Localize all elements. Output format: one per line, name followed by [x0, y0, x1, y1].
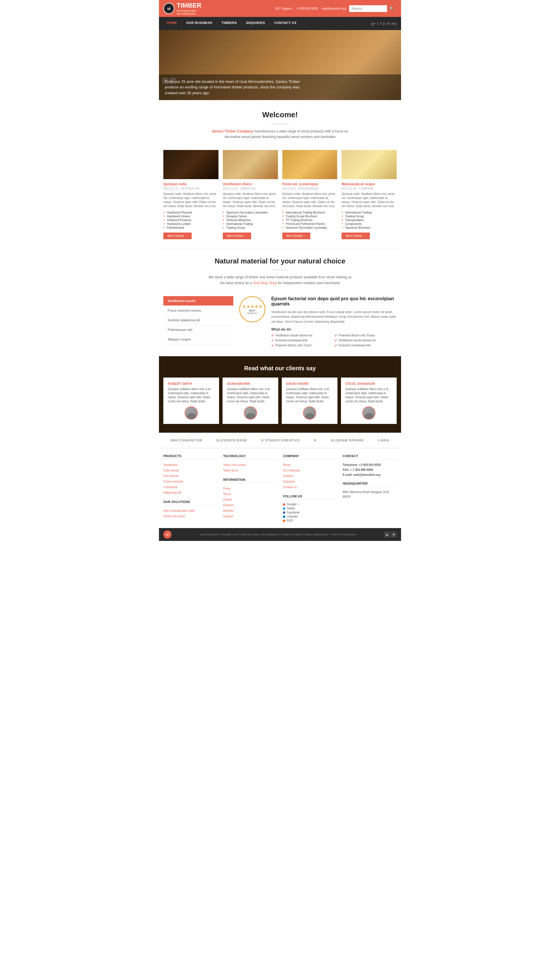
nav-item-timbers[interactable]: TIMBERS: [218, 17, 241, 30]
we-do-item: ✔Euismod consequat ante: [271, 339, 333, 343]
check-icon: ✔: [335, 334, 337, 338]
social-follow-link[interactable]: Google +: [283, 503, 337, 506]
linkedin-icon[interactable]: in: [387, 21, 390, 26]
pinterest-icon[interactable]: p: [383, 21, 385, 26]
list-item[interactable]: Adipiscing elit: [163, 490, 217, 495]
list-item[interactable]: Enquiries: [283, 479, 337, 483]
twitter-icon[interactable]: t: [377, 21, 378, 26]
scroll-up-button[interactable]: ▲: [384, 532, 390, 537]
partner-logo: LABIA: [378, 438, 390, 442]
testimonial-card: ADAM BROWN Quisque nullibiam libero nisl…: [223, 378, 278, 424]
list-item[interactable]: Prim dictum: [163, 473, 217, 478]
bottom-logo: st: [163, 530, 172, 538]
bottom-links: Santos Design® | Templatic.com | Cherio …: [199, 533, 356, 536]
testimonial-card: DAVID KNORR Quisque nullibiam libero nis…: [282, 378, 337, 424]
social-follow-link[interactable]: RSS: [283, 519, 337, 522]
nav-item-business[interactable]: OUR BUSINESS: [183, 17, 216, 30]
product-image: [223, 150, 278, 179]
quality-badge: ★★★★★ BEST QUALITY: [239, 296, 265, 322]
search-bar: 🔍: [349, 5, 397, 12]
scroll-down-button[interactable]: ▼: [391, 532, 397, 537]
tab-item[interactable]: Vestibulum iaculis: [163, 296, 233, 306]
more-details-button[interactable]: More Details →: [223, 233, 251, 239]
products-section: Quisque nulla 2013-12-13VESTIBULUM Quisq…: [159, 146, 401, 248]
avatar-placeholder: [363, 407, 375, 419]
list-item[interactable]: Culis lacinia: [163, 468, 217, 472]
list-item[interactable]: Omnis iste natus: [163, 514, 217, 518]
testimonial-card: ROBERT SMITH Quisque nullibiam libero ni…: [163, 378, 219, 424]
we-do-item: ✔Vestibulum iaculis lacinia est: [271, 334, 333, 338]
list-item[interactable]: Tatem acus: [223, 468, 277, 472]
search-button[interactable]: 🔍: [387, 5, 397, 12]
list-item: Softwood Products: [163, 218, 218, 222]
list-item[interactable]: Partners: [223, 503, 277, 507]
list-item[interactable]: Fusce euismod: [163, 479, 217, 483]
welcome-section: Welcome! Santos Timber Company manufactu…: [159, 100, 401, 146]
tab-item[interactable]: Sectetur adipiscing elit: [163, 315, 233, 325]
testimonial-text: Quisque nullibiam libero nisl, a et, sce…: [168, 387, 215, 403]
google-plus-icon[interactable]: g+: [371, 21, 376, 26]
client-avatar: [362, 407, 375, 420]
list-item[interactable]: Home: [283, 462, 337, 467]
list-item[interactable]: Clients: [223, 497, 277, 502]
more-details-button[interactable]: More Details →: [282, 233, 311, 239]
section-divider: [271, 124, 289, 124]
product-date: 2013-12-8SCELERISQUE: [282, 187, 337, 190]
search-input[interactable]: [349, 5, 387, 12]
social-dot: [283, 512, 285, 514]
social-dot: [283, 503, 285, 506]
tab-item[interactable]: Fusce euismod conseq: [163, 306, 233, 315]
nav-link-enquiries[interactable]: ENQUIRIES: [243, 17, 268, 28]
list-item[interactable]: Consequat: [163, 485, 217, 489]
list-item[interactable]: Vestibulum: [163, 462, 217, 467]
one-stop-link[interactable]: One-Stop Shop: [253, 281, 277, 285]
tab-item[interactable]: Aliquam congue: [163, 335, 233, 344]
list-item: International Trading Brochure: [282, 211, 337, 215]
footer-technology: TECHNOLOGY Vatus error sivotuTatem acus …: [223, 454, 277, 522]
scroll-top: ▲ ▼: [384, 532, 397, 537]
logo-area: st TIMBER No knows timber like nobody el…: [163, 2, 201, 15]
list-item[interactable]: Contact us: [283, 485, 337, 489]
list-item: Spectrum Decorative Laminates: [282, 226, 337, 230]
more-details-button[interactable]: More Details →: [342, 233, 370, 239]
list-item[interactable]: Support: [223, 514, 277, 518]
list-item[interactable]: Timbers: [283, 473, 337, 478]
nav-link-home[interactable]: HOME: [163, 17, 180, 28]
social-follow-link[interactable]: Twitter: [283, 507, 337, 510]
product-desc: Quisque nulla. Vestibum libero nisl, por…: [342, 192, 397, 208]
nav-item-contact[interactable]: CONTACT US: [271, 17, 300, 30]
nav-item-enquiries[interactable]: ENQUIRIES: [243, 17, 268, 30]
check-icon: ✔: [271, 339, 274, 343]
company-link[interactable]: Santos Timber Company: [212, 129, 253, 133]
list-item: Textured Melamine: [223, 218, 278, 222]
more-details-button[interactable]: More Details →: [163, 233, 192, 239]
check-icon: ✔: [335, 339, 337, 343]
tabs-right: Epsum factorial non depo quid pro quo hi…: [271, 296, 397, 348]
tab-item[interactable]: Pellentesque sed: [163, 325, 233, 335]
nav-link-timbers[interactable]: TIMBERS: [218, 17, 241, 28]
list-item[interactable]: Vatus error sivotu: [223, 462, 277, 467]
nav-link-contact[interactable]: CONTACT US: [271, 17, 300, 28]
client-avatar: [244, 407, 257, 420]
rss-icon[interactable]: rss: [392, 21, 397, 26]
check-icon: ✔: [335, 344, 337, 347]
list-item[interactable]: Reseller: [223, 508, 277, 513]
nav-link-business[interactable]: OUR BUSINESS: [183, 17, 216, 28]
product-card: Porta vel, scelerisque 2013-12-8SCELERIS…: [282, 150, 337, 239]
product-desc: Quisque nulla. Vestibum libero nisl, por…: [163, 192, 218, 208]
product-desc: Quisque nulla. Vestibum libero nisl, por…: [282, 192, 337, 208]
nav-item-home[interactable]: HOME: [163, 17, 180, 30]
footer-company: COMPANY HomeOur businessTimbersEnquiries…: [283, 454, 337, 522]
product-image: [282, 150, 337, 179]
social-follow-link[interactable]: LinkedIn: [283, 515, 337, 518]
list-item: International Trading: [342, 211, 397, 215]
client-avatar: [185, 407, 198, 420]
list-item[interactable]: Press: [223, 486, 277, 490]
list-item[interactable]: Our business: [283, 468, 337, 472]
list-item[interactable]: Terms: [223, 492, 277, 496]
social-follow-link[interactable]: Facebook: [283, 511, 337, 514]
facebook-icon[interactable]: f: [380, 21, 382, 26]
list-item[interactable]: Sed ut perspiciatis unde: [163, 508, 217, 513]
tabs-left: Vestibulum iaculisFusce euismod conseqSe…: [163, 296, 233, 344]
product-desc: Quisque nulla. Vestibum libero nisl, por…: [223, 192, 278, 208]
